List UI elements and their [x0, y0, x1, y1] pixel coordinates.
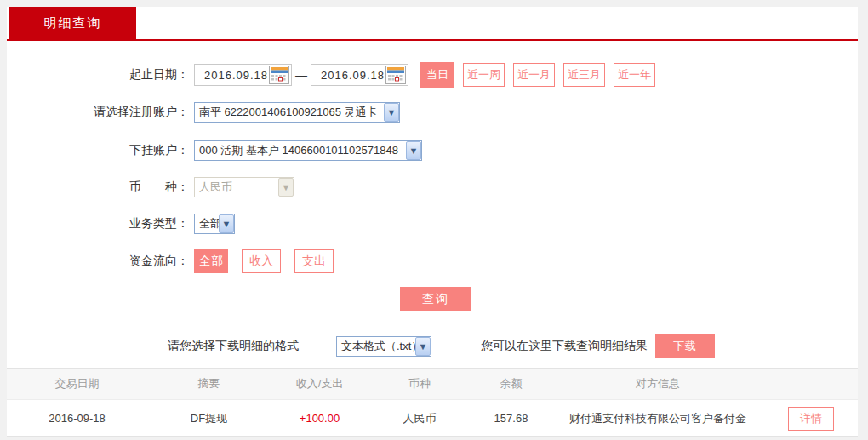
quick-range-today-button[interactable]: 当日 — [420, 62, 454, 88]
business-type-row: 业务类型： 全部 ▼ — [7, 214, 235, 234]
calendar-icon[interactable] — [385, 66, 406, 84]
download-format-label: 请您选择下载明细的格式 — [168, 339, 299, 354]
currency-label: 币 种： — [7, 180, 189, 195]
quick-range-week-button[interactable]: 近一周 — [463, 63, 505, 87]
calendar-icon[interactable] — [269, 66, 289, 84]
detail-button[interactable]: 详情 — [788, 407, 834, 431]
quick-range-year-button[interactable]: 近一年 — [614, 63, 655, 87]
download-hint: 您可以在这里下载查询明细结果 — [481, 339, 648, 354]
date-range-label: 起止日期： — [7, 67, 189, 83]
cell-counterparty: 财付通支付科技有限公司客户备付金 — [551, 411, 764, 426]
currency-row: 币 种： 人民币 ▼ — [7, 176, 294, 198]
register-account-label: 请选择注册账户： — [7, 105, 189, 120]
chevron-down-icon: ▼ — [384, 103, 399, 122]
chevron-down-icon: ▼ — [219, 214, 234, 233]
chevron-down-icon: ▼ — [406, 141, 421, 160]
tab-underline — [7, 39, 858, 41]
fund-direction-label: 资金流向： — [7, 254, 189, 269]
header-currency: 币种 — [368, 376, 471, 391]
currency-value: 人民币 — [195, 180, 278, 195]
query-button[interactable]: 查询 — [400, 287, 471, 311]
chevron-down-icon: ▼ — [415, 337, 431, 356]
cell-amount: +100.00 — [271, 412, 368, 425]
download-format-select[interactable]: 文本格式（.txt） ▼ — [336, 336, 431, 357]
register-account-select[interactable]: 南平 6222001406100921065 灵通卡 ▼ — [194, 102, 400, 123]
sub-account-row: 下挂账户： 000 活期 基本户 1406600101102571848 ▼ — [7, 140, 422, 162]
currency-select: 人民币 ▼ — [194, 177, 294, 197]
header-summary: 摘要 — [147, 376, 271, 391]
cell-currency: 人民币 — [368, 411, 471, 426]
cell-summary: DF提现 — [147, 411, 271, 426]
header-counterparty: 对方信息 — [551, 376, 764, 391]
quick-range-3month-button[interactable]: 近三月 — [563, 63, 605, 87]
table-row: 2016-09-18 DF提现 +100.00 人民币 157.68 财付通支付… — [7, 401, 858, 437]
sub-account-value: 000 活期 基本户 1406600101102571848 — [195, 143, 406, 158]
start-date-input[interactable]: 2016.09.18 — [194, 64, 292, 86]
download-row: 请您选择下载明细的格式 文本格式（.txt） ▼ 您可以在这里下载查询明细结果 … — [7, 334, 858, 358]
business-type-label: 业务类型： — [7, 216, 189, 231]
fund-direction-income-button[interactable]: 收入 — [242, 249, 281, 273]
tab-detail-query[interactable]: 明细查询 — [9, 7, 136, 39]
business-type-value: 全部 — [195, 216, 219, 231]
table-header: 交易日期 摘要 收入/支出 币种 余额 对方信息 — [7, 368, 858, 400]
sub-account-label: 下挂账户： — [7, 143, 189, 158]
chevron-down-icon: ▼ — [278, 178, 294, 197]
sub-account-select[interactable]: 000 活期 基本户 1406600101102571848 ▼ — [194, 140, 422, 161]
end-date-value: 2016.09.18 — [321, 69, 385, 82]
quick-range-month-button[interactable]: 近一月 — [513, 63, 555, 87]
header-balance: 余额 — [471, 376, 551, 391]
date-range-separator: — — [295, 68, 307, 82]
tab-label: 明细查询 — [44, 15, 102, 31]
content-panel: 明细查询 起止日期： 2016.09.18 — 2016.09.18 — [7, 7, 858, 437]
cell-trade-date: 2016-09-18 — [7, 412, 147, 425]
start-date-value: 2016.09.18 — [204, 69, 269, 82]
fund-direction-all-button[interactable]: 全部 — [194, 249, 228, 273]
download-button[interactable]: 下载 — [655, 334, 715, 358]
date-range-row: 起止日期： 2016.09.18 — 2016.09.18 — [7, 61, 655, 89]
download-format-value: 文本格式（.txt） — [337, 339, 415, 354]
fund-direction-row: 资金流向： 全部 收入 支出 — [7, 249, 347, 274]
header-trade-date: 交易日期 — [7, 376, 147, 391]
header-income-expense: 收入/支出 — [271, 376, 368, 391]
cell-balance: 157.68 — [471, 412, 551, 425]
register-account-row: 请选择注册账户： 南平 6222001406100921065 灵通卡 ▼ — [7, 101, 400, 123]
end-date-input[interactable]: 2016.09.18 — [311, 64, 408, 86]
register-account-value: 南平 6222001406100921065 灵通卡 — [195, 105, 384, 120]
fund-direction-expense-button[interactable]: 支出 — [294, 249, 334, 273]
business-type-select[interactable]: 全部 ▼ — [194, 214, 235, 234]
